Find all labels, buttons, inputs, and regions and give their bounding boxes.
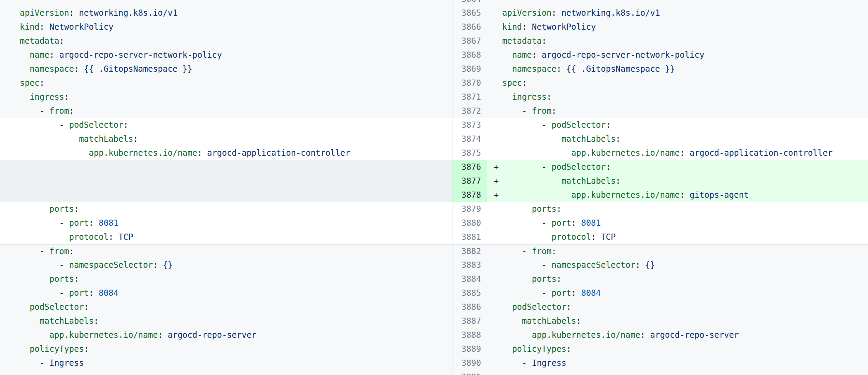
new-code-row: 3874 matchLabels:: [452, 132, 868, 146]
code-token: namespace: [20, 64, 74, 74]
line-number[interactable]: 3867: [452, 34, 487, 48]
old-code-cell: app.kubernetes.io/name: argocd-repo-serv…: [0, 328, 452, 342]
diff-sign: [487, 118, 502, 132]
line-number[interactable]: 3878: [452, 188, 487, 202]
new-code-row: 3865apiVersion: networking.k8s.io/v1: [452, 6, 868, 20]
code-token: :: [616, 134, 620, 144]
line-number[interactable]: 3869: [452, 62, 487, 76]
code-token: from: [49, 106, 69, 116]
code-token: policyTypes: [20, 344, 84, 354]
line-number[interactable]: 3871: [452, 90, 487, 104]
line-number[interactable]: 3888: [452, 328, 487, 342]
diff-sign: [487, 76, 502, 90]
diff-sign: [487, 62, 502, 76]
line-number[interactable]: 3876: [452, 160, 487, 174]
line-number[interactable]: 3886: [452, 300, 487, 314]
code-token: :: [59, 36, 64, 46]
diff-sign: +: [487, 160, 502, 174]
line-number[interactable]: 3866: [452, 20, 487, 34]
diff-sign: [487, 342, 502, 356]
line-number[interactable]: 3880: [452, 216, 487, 230]
code-token: :: [680, 148, 690, 158]
new-code-row: 3877+ matchLabels:: [452, 174, 868, 188]
old-code-cell: podSelector:: [0, 300, 452, 314]
diff-row: spec:3870spec:: [0, 76, 868, 90]
line-number[interactable]: 3865: [452, 6, 487, 20]
line-number[interactable]: 3890: [452, 356, 487, 370]
code-token: :: [84, 344, 89, 354]
new-code-cell: matchLabels:: [502, 314, 868, 328]
diff-row: 3876+ - podSelector:: [0, 160, 868, 174]
line-number[interactable]: 3868: [452, 48, 487, 62]
old-code-cell: ingress:: [0, 90, 452, 104]
line-number[interactable]: 3874: [452, 132, 487, 146]
line-number[interactable]: 3870: [452, 76, 487, 90]
diff-row: 3878+ app.kubernetes.io/name: gitops-age…: [0, 188, 868, 202]
code-token: TCP: [118, 232, 133, 242]
line-number[interactable]: 3881: [452, 230, 487, 244]
diff-sign: [487, 6, 502, 20]
code-token: networking.k8s.io/v1: [79, 8, 177, 18]
code-token: :: [74, 204, 79, 214]
old-code-empty-cell: [0, 174, 452, 188]
code-token: policyTypes: [502, 344, 566, 354]
line-number[interactable]: 3875: [452, 146, 487, 160]
split-diff-view: ---3864---apiVersion: networking.k8s.io/…: [0, 0, 868, 375]
diff-sign: +: [487, 188, 502, 202]
new-code-row: 3866kind: NetworkPolicy: [452, 20, 868, 34]
diff-sign: [487, 0, 502, 6]
new-code-row: 3881 protocol: TCP: [452, 230, 868, 244]
code-token: :: [94, 316, 99, 326]
line-number[interactable]: 3864: [452, 0, 487, 6]
code-token: name: [502, 50, 532, 60]
diff-row: app.kubernetes.io/name: argocd-applicati…: [0, 146, 868, 160]
code-token: kind: [20, 22, 40, 32]
new-code-cell: - podSelector:: [502, 118, 868, 132]
new-code-row: 3869 namespace: {{ .GitopsNamespace }}: [452, 62, 868, 76]
new-code-cell: name: argocd-repo-server-network-policy: [502, 48, 868, 62]
code-token: {}: [163, 260, 173, 270]
line-number[interactable]: 3889: [452, 342, 487, 356]
code-token: :: [40, 78, 44, 88]
line-number[interactable]: 3877: [452, 174, 487, 188]
line-number[interactable]: 3883: [452, 258, 487, 272]
diff-sign: [487, 34, 502, 48]
new-code-cell: ---: [502, 0, 868, 6]
line-number[interactable]: 3882: [452, 245, 487, 258]
new-code-cell: - Ingress: [502, 356, 868, 370]
line-number[interactable]: 3887: [452, 314, 487, 328]
new-code-cell: ports:: [502, 272, 868, 286]
new-code-row: 3884 ports:: [452, 272, 868, 286]
line-number[interactable]: 3879: [452, 202, 487, 216]
code-token: namespaceSelector: [69, 260, 153, 270]
old-code-cell: namespace: {{ .GitopsNamespace }}: [0, 62, 452, 76]
code-token: protocol: [20, 232, 108, 242]
new-code-row: 3879 ports:: [452, 202, 868, 216]
new-code-cell: - podSelector:: [502, 160, 868, 174]
code-token: :: [89, 218, 99, 228]
code-token: ---: [502, 372, 517, 375]
diff-row: ---3891---: [0, 370, 868, 375]
line-number[interactable]: 3873: [452, 118, 487, 132]
code-token: :: [680, 190, 690, 200]
line-number[interactable]: 3884: [452, 272, 487, 286]
old-code-cell: - from:: [0, 245, 452, 258]
new-code-row: 3868 name: argocd-repo-server-network-po…: [452, 48, 868, 62]
code-token: argocd-repo-server: [168, 330, 256, 340]
diff-sign: [487, 314, 502, 328]
code-token: ingress: [20, 92, 64, 102]
line-number[interactable]: 3872: [452, 104, 487, 118]
code-token: metadata: [502, 36, 542, 46]
code-token: podSelector: [552, 162, 606, 172]
code-token: matchLabels: [502, 176, 616, 186]
new-code-cell: matchLabels:: [502, 174, 868, 188]
code-token: :: [108, 232, 118, 242]
new-code-cell: protocol: TCP: [502, 230, 868, 244]
line-number[interactable]: 3891: [452, 370, 487, 375]
code-token: :: [556, 274, 561, 284]
code-token: -: [502, 106, 532, 116]
code-token: :: [74, 64, 84, 74]
line-number[interactable]: 3885: [452, 286, 487, 300]
code-token: :: [640, 330, 650, 340]
old-code-cell: spec:: [0, 76, 452, 90]
